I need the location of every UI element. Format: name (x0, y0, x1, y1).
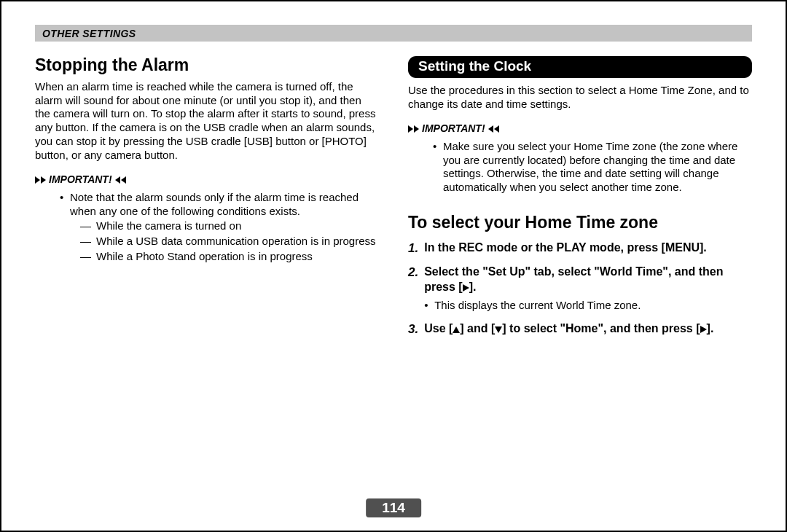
note-item: Make sure you select your Home Time zone… (433, 140, 752, 195)
step-text: In the REC mode or the PLAY mode, press … (424, 240, 707, 256)
step-item: 3.Use [] and [] to select "Home", and th… (408, 321, 752, 337)
condition-item: While the camera is turned on (80, 219, 379, 233)
double-left-icon (115, 176, 126, 184)
content-columns: Stopping the Alarm When an alarm time is… (34, 55, 753, 345)
page-number: 114 (366, 498, 421, 517)
condition-item: While a USB data communication operation… (80, 235, 379, 249)
step-body: In the REC mode or the PLAY mode, press … (424, 240, 707, 256)
step-sub-note: This displays the current World Time zon… (424, 299, 752, 313)
important-callout-left: IMPORTANT! (35, 173, 379, 187)
right-triangle-icon (700, 326, 707, 333)
step-body: Use [] and [] to select "Home", and then… (424, 321, 713, 337)
step-body: Select the "Set Up" tab, select "World T… (424, 265, 752, 313)
down-triangle-icon (495, 326, 502, 333)
conditions-list: While the camera is turned onWhile a USB… (70, 219, 379, 263)
section-header: OTHER SETTINGS (35, 25, 752, 42)
paragraph-clock-intro: Use the procedures in this section to se… (408, 84, 752, 112)
important-note-list-left: Note that the alarm sounds only if the a… (35, 191, 379, 264)
note-intro-text: Note that the alarm sounds only if the a… (70, 191, 359, 217)
pill-setting-clock: Setting the Clock (408, 56, 752, 78)
heading-stopping-alarm: Stopping the Alarm (35, 55, 379, 76)
step-number: 2. (408, 265, 418, 313)
important-callout-right: IMPORTANT! (408, 122, 752, 136)
condition-item: While a Photo Stand operation is in prog… (80, 250, 379, 264)
section-header-text: OTHER SETTINGS (42, 28, 136, 39)
step-item: 2.Select the "Set Up" tab, select "World… (408, 265, 752, 313)
step-number: 3. (408, 321, 418, 337)
left-column: Stopping the Alarm When an alarm time is… (35, 55, 379, 345)
step-item: 1.In the REC mode or the PLAY mode, pres… (408, 240, 752, 256)
right-triangle-icon (463, 284, 469, 292)
step-text: Select the "Set Up" tab, select "World T… (424, 265, 752, 295)
important-label-left: IMPORTANT! (49, 173, 112, 187)
step-text: Use [] and [] to select "Home", and then… (424, 321, 713, 337)
steps-list: 1.In the REC mode or the PLAY mode, pres… (408, 240, 752, 337)
manual-page: OTHER SETTINGS Stopping the Alarm When a… (0, 0, 787, 532)
up-triangle-icon (453, 326, 460, 333)
important-note-list-right: Make sure you select your Home Time zone… (408, 140, 752, 195)
double-right-icon (408, 125, 419, 133)
paragraph-stopping-alarm: When an alarm time is reached while the … (35, 80, 379, 163)
right-column: Setting the Clock Use the procedures in … (408, 55, 752, 345)
note-item: Note that the alarm sounds only if the a… (60, 191, 379, 264)
heading-select-home-tz: To select your Home Time zone (408, 212, 752, 233)
double-right-icon (35, 176, 46, 184)
step-number: 1. (408, 240, 418, 256)
important-label-right: IMPORTANT! (422, 122, 485, 136)
double-left-icon (488, 125, 499, 133)
